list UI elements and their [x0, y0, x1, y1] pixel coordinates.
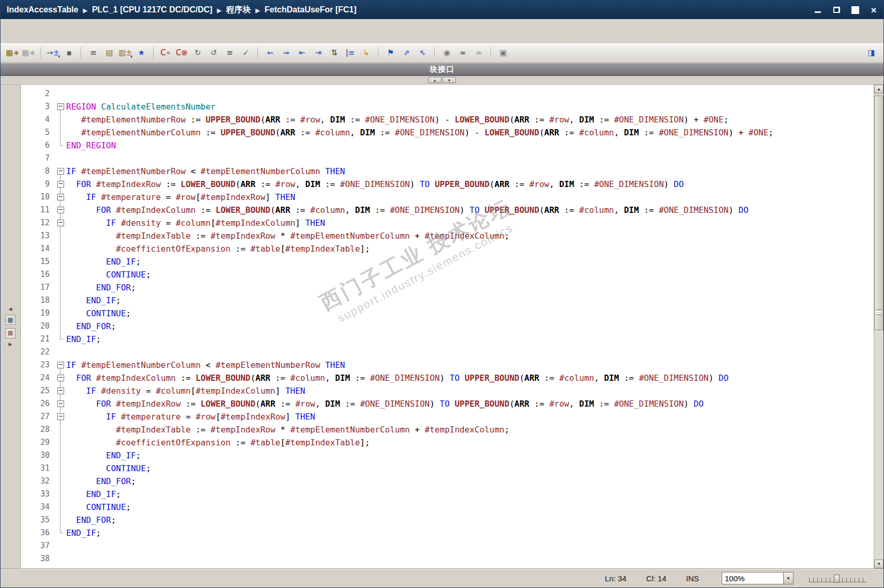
code-line[interactable]: 31 CONTINUE;	[21, 462, 874, 475]
code-line[interactable]: 21END_IF;	[21, 333, 874, 346]
code-line[interactable]: 7	[21, 152, 874, 165]
close-icon[interactable]: ×	[868, 5, 879, 15]
zoom-slider-thumb[interactable]	[834, 575, 840, 583]
update-block-calls-icon[interactable]: ↻	[191, 46, 205, 60]
fold-collapse-icon[interactable]	[55, 100, 66, 113]
code-line[interactable]: 16 CONTINUE;	[21, 268, 874, 281]
code-line[interactable]: 19 CONTINUE;	[21, 307, 874, 320]
code-line[interactable]: 22	[21, 346, 874, 359]
toggle-operand-display-icon[interactable]: →±▾	[46, 46, 60, 60]
insert-scl-network-icon[interactable]: ▦∗	[22, 46, 36, 60]
show-symbol-info-icon[interactable]: ǀ≡	[343, 46, 357, 60]
zoom-slider[interactable]	[809, 573, 867, 583]
code-line[interactable]: 29 #coefficientOfExpansion := #table[#te…	[21, 436, 874, 449]
code-line[interactable]: 14 #coefficientOfExpansion := #table[#te…	[21, 242, 874, 255]
fold-collapse-icon[interactable]	[55, 359, 66, 372]
network-comments-icon[interactable]: ≡	[86, 46, 100, 60]
scrollbar-track[interactable]	[874, 94, 883, 560]
code-line[interactable]: 15 END_IF;	[21, 255, 874, 268]
breadcrumb-item[interactable]: PLC_1 [CPU 1217C DC/DC/DC]	[92, 5, 212, 14]
code-line[interactable]: 37	[21, 539, 874, 552]
code-line[interactable]: 35 END_FOR;	[21, 514, 874, 527]
insert-operand-icon[interactable]: ▥±▾	[118, 46, 132, 60]
code-line[interactable]: 34 CONTINUE;	[21, 501, 874, 514]
code-line[interactable]: 12 IF #density = #column[#tempIndexColum…	[21, 216, 874, 229]
goto-network-icon[interactable]: ↳	[359, 46, 373, 60]
indent-icon[interactable]: ⇥	[311, 46, 325, 60]
code-line[interactable]: 17 END_FOR;	[21, 281, 874, 294]
set-bookmark-icon[interactable]: ⚑	[384, 46, 398, 60]
fold-collapse-icon[interactable]	[55, 216, 66, 229]
breadcrumb-item[interactable]: 程序块	[226, 5, 251, 16]
code-line[interactable]: 11 FOR #tempIndexColumn := LOWER_BOUND(A…	[21, 204, 874, 216]
fold-collapse-icon[interactable]	[55, 397, 66, 410]
previous-error-icon[interactable]: ⇐	[263, 46, 277, 60]
block-interface-header[interactable]: 块接口	[1, 63, 883, 76]
scroll-up-icon[interactable]: ▲	[874, 85, 883, 94]
close-panel-icon[interactable]: ⊠	[5, 328, 16, 338]
split-editor-icon[interactable]: ◨	[864, 46, 878, 60]
breadcrumb-item[interactable]: IndexAccessTable	[7, 5, 78, 14]
outdent-icon[interactable]: ⇤	[295, 46, 309, 60]
fold-collapse-icon[interactable]	[55, 204, 66, 216]
code-line[interactable]: 10 IF #temperature = #row[#tempIndexRow]…	[21, 191, 874, 204]
code-line[interactable]: 6END_REGION	[21, 139, 874, 152]
refresh-interface-icon[interactable]: ↺	[207, 46, 221, 60]
code-line[interactable]: 36END_IF;	[21, 527, 874, 539]
task-card-panel-icon[interactable]: ▦	[5, 315, 16, 325]
fold-collapse-icon[interactable]	[55, 410, 66, 423]
minimize-icon[interactable]	[812, 5, 824, 15]
scrollbar-thumb[interactable]	[874, 96, 883, 330]
monitor-off-icon[interactable]: ∞	[472, 46, 486, 60]
code-line[interactable]: 27 IF #temperature = #row[#tempIndexRow]…	[21, 410, 874, 423]
code-line[interactable]: 23IF #tempElementNumberColumn < #tempEle…	[21, 359, 874, 372]
call-environment-icon[interactable]: ◉	[440, 46, 454, 60]
code-line[interactable]: 9 FOR #tempIndexRow := LOWER_BOUND(ARR :…	[21, 178, 874, 191]
monitor-on-icon[interactable]: ∞	[456, 46, 470, 60]
disable-eno-icon[interactable]: C⊗	[175, 46, 189, 60]
zoom-input[interactable]	[722, 572, 784, 584]
vertical-scrollbar[interactable]: ▲ ▼	[874, 85, 883, 568]
scroll-down-icon[interactable]: ▼	[874, 560, 883, 568]
retain-setting-icon[interactable]: ▪	[62, 46, 76, 60]
code-line[interactable]: 28 #tempIndexTable := #tempIndexRow * #t…	[21, 423, 874, 436]
collapse-pane-arrow-icon[interactable]: ◀	[9, 306, 12, 312]
code-line[interactable]: 33 END_IF;	[21, 488, 874, 501]
scrollbar-split-grip[interactable]	[876, 310, 881, 315]
expand-pane-arrow-icon[interactable]: ▶	[9, 342, 12, 347]
next-bookmark-icon[interactable]: ⇗	[400, 46, 414, 60]
breadcrumb-item[interactable]: FetchDataUseFor [FC1]	[265, 5, 357, 14]
code-line[interactable]: 32 END_FOR;	[21, 475, 874, 488]
fold-collapse-icon[interactable]	[55, 372, 66, 384]
code-line[interactable]: 18 END_IF;	[21, 294, 874, 307]
splitter-collapse-up-icon[interactable]: ▲	[428, 77, 441, 83]
insert-network-icon[interactable]: ▦∗	[6, 46, 20, 60]
zoom-dropdown-icon[interactable]: ▼	[784, 572, 794, 584]
know-how-protection-icon[interactable]: ▣	[496, 46, 510, 60]
maximize-icon[interactable]	[849, 5, 861, 15]
fold-collapse-icon[interactable]	[55, 191, 66, 204]
restore-icon[interactable]	[831, 5, 842, 15]
syntax-check-icon[interactable]: ✓	[239, 46, 253, 60]
code-line[interactable]: 2	[21, 87, 874, 100]
enable-eno-icon[interactable]: C∘	[159, 46, 173, 60]
previous-bookmark-icon[interactable]: ⇖	[416, 46, 430, 60]
code-line[interactable]: 8IF #tempElementNumberRow < #tempElement…	[21, 165, 874, 178]
renumber-networks-icon[interactable]: ⇅	[327, 46, 341, 60]
fold-collapse-icon[interactable]	[55, 165, 66, 178]
fold-collapse-icon[interactable]	[55, 178, 66, 191]
code-line[interactable]: 26 FOR #tempIndexRow := LOWER_BOUND(ARR …	[21, 397, 874, 410]
code-area[interactable]: 西门子工业 技术论坛 support.industry.siemens.com/…	[21, 85, 874, 568]
code-line[interactable]: 4 #tempElementNumberRow := UPPER_BOUND(A…	[21, 113, 874, 126]
code-line[interactable]: 5 #tempElementNumberColumn := UPPER_BOUN…	[21, 126, 874, 139]
fold-collapse-icon[interactable]	[55, 384, 66, 397]
splitter-expand-down-icon[interactable]: ▼	[443, 77, 456, 83]
code-line[interactable]: 20 END_FOR;	[21, 320, 874, 333]
code-line[interactable]: 38	[21, 552, 874, 565]
find-replace-icon[interactable]: ★	[134, 46, 148, 60]
code-line[interactable]: 30 END_IF;	[21, 449, 874, 462]
code-line[interactable]: 13 #tempIndexTable := #tempIndexRow * #t…	[21, 229, 874, 242]
next-error-icon[interactable]: ⇒	[279, 46, 293, 60]
code-line[interactable]: 3REGION CalculateElementsNumber	[21, 100, 874, 113]
open-all-networks-icon[interactable]: ▤	[102, 46, 116, 60]
